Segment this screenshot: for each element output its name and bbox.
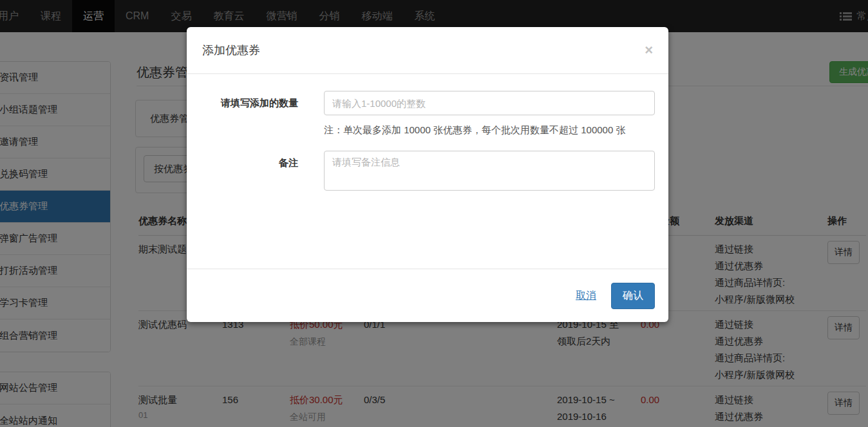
add-coupon-modal: 添加优惠券 × 请填写添加的数量 注：单次最多添加 10000 张优惠券，每个批…: [187, 27, 668, 322]
close-icon[interactable]: ×: [645, 43, 653, 57]
quantity-control: 注：单次最多添加 10000 张优惠券，每个批次用数量不超过 100000 张: [324, 91, 655, 139]
quantity-form-row: 请填写添加的数量 注：单次最多添加 10000 张优惠券，每个批次用数量不超过 …: [187, 91, 656, 139]
remark-form-row: 备注: [187, 151, 656, 193]
confirm-button[interactable]: 确认: [611, 283, 655, 309]
modal-title: 添加优惠券: [202, 43, 260, 58]
remark-label: 备注: [187, 151, 298, 193]
remark-control: [324, 151, 655, 193]
quantity-input[interactable]: [324, 91, 655, 115]
remark-textarea[interactable]: [324, 151, 655, 191]
modal-footer: 取消 确认: [187, 269, 668, 322]
cancel-button[interactable]: 取消: [576, 289, 596, 303]
quantity-note: 注：单次最多添加 10000 张优惠券，每个批次用数量不超过 100000 张: [324, 121, 634, 139]
quantity-label: 请填写添加的数量: [187, 91, 298, 139]
modal-header: 添加优惠券 ×: [187, 27, 668, 74]
modal-body: 请填写添加的数量 注：单次最多添加 10000 张优惠券，每个批次用数量不超过 …: [187, 74, 668, 193]
